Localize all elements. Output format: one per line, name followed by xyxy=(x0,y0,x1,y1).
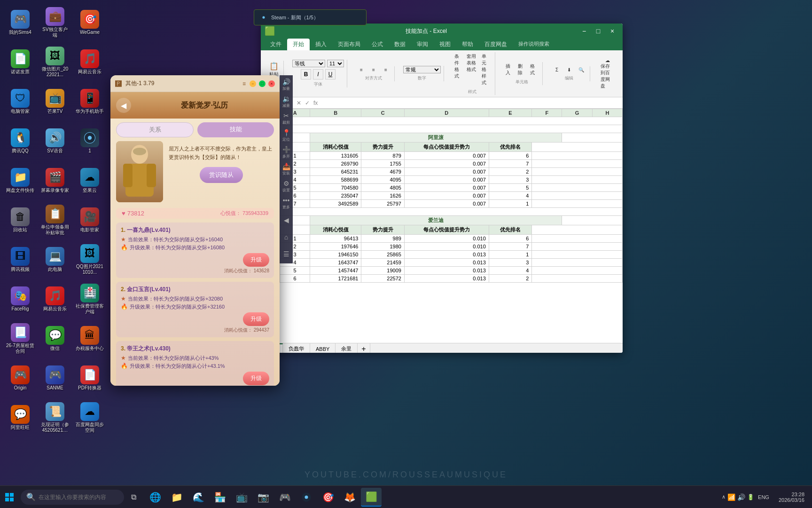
italic-button[interactable]: I xyxy=(313,69,323,79)
conditional-format-button[interactable]: 条件格式 xyxy=(453,52,464,87)
desktop-icon-nutstore[interactable]: ☁ 坚果云 xyxy=(73,162,106,199)
desktop-icon-qq[interactable]: 🐧 腾讯QQ xyxy=(4,122,37,160)
ribbon-tab-baidu[interactable]: 百度网盘 xyxy=(479,39,513,50)
desktop-icon-mypc[interactable]: 💻 此电脑 xyxy=(39,241,71,278)
desktop-icon-guanjia[interactable]: 🛡 电脑管家 xyxy=(4,83,37,120)
col-b[interactable]: B xyxy=(310,109,361,117)
tab-jinneng[interactable]: 技能 xyxy=(197,122,274,137)
sheet-tab-fucsonghua[interactable]: 负蠢华 xyxy=(283,343,310,353)
desktop-icon-recycle[interactable]: 🗑 回收站 xyxy=(4,201,37,239)
desktop-icon-mango[interactable]: 📺 芒果TV xyxy=(39,83,71,120)
ribbon-tab-review[interactable]: 审阅 xyxy=(411,39,434,50)
taskbar-app-explorer[interactable]: 📁 xyxy=(166,488,187,507)
side-btn-nav-menu[interactable]: ☰ xyxy=(281,246,292,262)
excel-maximize-button[interactable]: □ xyxy=(592,24,605,38)
formula-input[interactable] xyxy=(321,100,619,106)
input-method[interactable]: ENG xyxy=(756,494,771,500)
number-format-select[interactable]: 常规 xyxy=(403,66,441,73)
desktop-icon-huawei[interactable]: 📱 华为手机助手 xyxy=(73,83,106,120)
find-replace-button[interactable]: 🔍 xyxy=(576,66,587,73)
back-button[interactable]: ◀ xyxy=(116,98,131,113)
taskbar-app-excel[interactable]: 🟩 xyxy=(361,488,382,507)
ribbon-tab-file[interactable]: 文件 xyxy=(265,39,287,50)
excel-spreadsheet[interactable]: A B C D E F G H 1 2 xyxy=(261,109,623,343)
desktop-icon-netease[interactable]: 🎵 网易云音乐 xyxy=(73,43,106,81)
side-btn-volume-down[interactable]: 🔉 减量 xyxy=(281,94,292,109)
cell-style-button[interactable]: 单元格样式 xyxy=(480,52,492,87)
fill-button[interactable]: ⬇ xyxy=(563,66,575,73)
taskbar-app-9[interactable]: 🎯 xyxy=(318,488,338,507)
underline-button[interactable]: U xyxy=(325,69,336,79)
taskbar-app-10[interactable]: 🦊 xyxy=(339,488,360,507)
desktop-icon-netease2[interactable]: 🎵 网易云音乐 xyxy=(39,280,71,318)
ribbon-tab-help[interactable]: 帮助 xyxy=(456,39,479,50)
tab-guanxi[interactable]: 关系 xyxy=(116,122,194,137)
ribbon-tab-formula[interactable]: 公式 xyxy=(366,39,389,50)
formula-confirm-button[interactable]: ✓ xyxy=(305,100,310,106)
taskbar-app-chrome[interactable]: 🌐 xyxy=(145,488,165,507)
desktop-icon-wximg1[interactable]: 🖼 微信图片_2022021... xyxy=(39,43,71,81)
desktop-icon-moviemanager[interactable]: 🎥 电影管家 xyxy=(73,201,106,239)
col-h[interactable]: H xyxy=(592,109,622,117)
desktop-icon-wechat[interactable]: 💬 微信 xyxy=(39,320,71,357)
desktop-icon-wegame[interactable]: 🎯 WeGame xyxy=(73,4,106,41)
desktop-icon-sanme[interactable]: 🎮 SANME xyxy=(39,359,71,397)
side-btn-install[interactable]: 📥 安装 xyxy=(281,162,292,177)
desktop-icon-shebao[interactable]: 🏥 社保费管理客户端 xyxy=(73,280,106,318)
desktop-icon-cert1[interactable]: 📜 兑现证明（参45205621… xyxy=(39,399,71,437)
taskbar-app-steam[interactable] xyxy=(296,488,317,507)
align-right-button[interactable]: ≡ xyxy=(380,66,391,73)
excel-close-button[interactable]: × xyxy=(606,24,619,38)
desktop-icon-wangpan[interactable]: 📁 网盘文件快传 xyxy=(4,162,37,199)
font-size-select[interactable]: 11 xyxy=(327,60,344,67)
search-input[interactable] xyxy=(39,494,118,500)
desktop-icon-subsidy[interactable]: 📋 单位申领备用补贴审批 xyxy=(39,201,71,239)
align-left-button[interactable]: ≡ xyxy=(356,66,367,73)
volume-icon[interactable]: 🔊 xyxy=(737,493,745,501)
col-c[interactable]: C xyxy=(361,109,405,117)
network-icon[interactable]: 📶 xyxy=(727,493,735,501)
desktop-icon-simms[interactable]: 🎮 我的Sims4 xyxy=(4,4,37,41)
desktop-icon-pdf[interactable]: 📄 PDF转换器 xyxy=(73,359,106,397)
desktop-icon-tax[interactable]: 🏛 办税服务中心 xyxy=(73,320,106,357)
col-g[interactable]: G xyxy=(562,109,592,117)
bold-button[interactable]: B xyxy=(301,69,311,79)
side-btn-settings[interactable]: ⚙ 设置 xyxy=(281,179,292,194)
desktop-icon-nuonuo[interactable]: 📄 诺诺发票 xyxy=(4,43,37,81)
table-format-button[interactable]: 套用表格格式 xyxy=(465,52,479,87)
taskbar-app-6[interactable]: 📷 xyxy=(253,488,273,507)
side-btn-nav-back[interactable]: ◀ xyxy=(281,213,292,228)
desktop-icon-qqphoto[interactable]: 🖼 QQ图片20211010... xyxy=(73,241,106,278)
side-btn-locate[interactable]: 📍 定位 xyxy=(281,128,292,143)
desktop-icon-svvoice[interactable]: 🔊 SV语音 xyxy=(39,122,71,160)
side-btn-multi[interactable]: ➕ 多开 xyxy=(281,145,292,160)
skill-2-upgrade-button[interactable]: 升级 xyxy=(243,312,269,326)
desktop-icon-screencap[interactable]: 🎬 屏幕录像专家 xyxy=(39,162,71,199)
maximize-button[interactable]: □ xyxy=(259,80,265,87)
taskbar-search[interactable]: 🔍 xyxy=(21,490,124,505)
ribbon-tab-pagelayout[interactable]: 页面布局 xyxy=(332,39,366,50)
sheet-tab-yuli[interactable]: 余里 xyxy=(336,343,358,353)
save-baidu-button[interactable]: ☁ 保存到百度网盘 xyxy=(599,57,616,90)
font-select[interactable]: 等线 xyxy=(292,60,325,67)
side-btn-volume-up[interactable]: 🔊 加量 xyxy=(281,77,292,92)
function-insert-button[interactable]: fx xyxy=(313,100,318,106)
start-button[interactable] xyxy=(0,488,19,507)
insert-cell-button[interactable]: 插入 xyxy=(504,62,515,77)
desktop-icon-origin[interactable]: 🎮 Origin xyxy=(4,359,37,397)
taskbar-app-edge[interactable]: 🌊 xyxy=(188,488,209,507)
taskbar-app-7[interactable]: 🎮 xyxy=(274,488,295,507)
col-d[interactable]: D xyxy=(404,109,489,117)
desktop-icon-lease[interactable]: 📃 26-7房屋租赁合同 xyxy=(4,320,37,357)
skill-3-upgrade-button[interactable]: 升级 xyxy=(243,372,269,385)
ribbon-tab-insert[interactable]: 插入 xyxy=(310,39,332,50)
chevron-up-icon[interactable]: ∧ xyxy=(722,494,726,500)
col-e[interactable]: E xyxy=(489,109,532,117)
sum-button[interactable]: Σ xyxy=(551,66,562,73)
desktop-icon-steam[interactable]: 1 xyxy=(73,122,106,160)
sheet-tab-abby[interactable]: ABBY xyxy=(310,343,336,353)
steam-notification[interactable]: Steam - 新闻（1/5） xyxy=(254,9,367,25)
desktop-icon-facerig[interactable]: 🎭 FaceRig xyxy=(4,280,37,318)
format-cell-button[interactable]: 格式 xyxy=(528,62,539,77)
desktop-icon-tencent-video[interactable]: 🎞 腾讯视频 xyxy=(4,241,37,278)
